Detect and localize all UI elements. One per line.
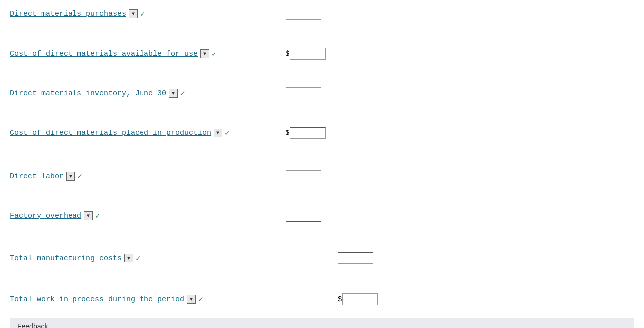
row-direct-materials-purchases: Direct materials purchases ▼ ✓ bbox=[10, 5, 634, 23]
row-cost-direct-materials-available: Cost of direct materials available for u… bbox=[10, 45, 634, 63]
direct-materials-purchases-check: ✓ bbox=[140, 9, 145, 19]
cost-direct-materials-production-input-wrapper: $ bbox=[286, 127, 326, 139]
factory-overhead-input-wrapper bbox=[286, 210, 321, 222]
cost-direct-materials-production-check: ✓ bbox=[225, 128, 230, 138]
direct-materials-inventory-label: Direct materials inventory, June 30 bbox=[10, 89, 166, 98]
direct-materials-purchases-input[interactable] bbox=[286, 8, 321, 20]
total-manufacturing-costs-check: ✓ bbox=[136, 253, 141, 263]
total-work-in-process-dropdown[interactable]: ▼ bbox=[187, 295, 196, 304]
total-manufacturing-costs-dropdown[interactable]: ▼ bbox=[124, 254, 133, 262]
cost-direct-materials-production-label: Cost of direct materials placed in produ… bbox=[10, 129, 211, 137]
direct-materials-purchases-input-wrapper bbox=[286, 8, 321, 20]
factory-overhead-input[interactable] bbox=[286, 210, 321, 222]
total-work-in-process-input[interactable] bbox=[342, 293, 378, 305]
direct-materials-inventory-input[interactable] bbox=[286, 87, 321, 99]
row-cost-direct-materials-production: Cost of direct materials placed in produ… bbox=[10, 124, 634, 142]
factory-overhead-dropdown[interactable]: ▼ bbox=[84, 211, 93, 220]
cost-direct-materials-production-dollar: $ bbox=[286, 129, 289, 137]
row-direct-materials-inventory: Direct materials inventory, June 30 ▼ ✓ bbox=[10, 84, 634, 102]
cost-direct-materials-available-dropdown[interactable]: ▼ bbox=[200, 49, 209, 58]
direct-materials-purchases-dropdown[interactable]: ▼ bbox=[129, 9, 138, 18]
total-work-in-process-check: ✓ bbox=[198, 294, 203, 304]
cost-direct-materials-available-dollar: $ bbox=[286, 50, 289, 58]
factory-overhead-check: ✓ bbox=[95, 211, 100, 221]
direct-labor-input-wrapper bbox=[286, 170, 321, 182]
cost-direct-materials-available-check: ✓ bbox=[212, 49, 216, 59]
total-work-in-process-dollar: $ bbox=[338, 295, 342, 303]
direct-materials-purchases-label: Direct materials purchases bbox=[10, 10, 126, 18]
direct-materials-inventory-check: ✓ bbox=[180, 88, 185, 98]
total-work-in-process-label: Total work in process during the period bbox=[10, 295, 184, 304]
row-factory-overhead: Factory overhead ▼ ✓ bbox=[10, 207, 634, 225]
cost-direct-materials-available-input-wrapper: $ bbox=[286, 48, 326, 60]
factory-overhead-label: Factory overhead bbox=[10, 212, 81, 220]
direct-labor-check: ✓ bbox=[77, 171, 82, 181]
direct-labor-input[interactable] bbox=[286, 170, 321, 182]
feedback-label: Feedback bbox=[17, 322, 48, 328]
direct-labor-label: Direct labor bbox=[10, 172, 64, 181]
row-total-manufacturing-costs: Total manufacturing costs ▼ ✓ bbox=[10, 249, 634, 267]
row-total-work-in-process: Total work in process during the period … bbox=[10, 290, 634, 308]
cost-direct-materials-production-input[interactable] bbox=[290, 127, 326, 139]
cost-direct-materials-available-input[interactable] bbox=[290, 48, 326, 60]
direct-materials-inventory-input-wrapper bbox=[286, 87, 321, 99]
direct-materials-inventory-dropdown[interactable]: ▼ bbox=[169, 89, 178, 98]
total-manufacturing-costs-input-wrapper bbox=[338, 252, 373, 264]
row-direct-labor: Direct labor ▼ ✓ bbox=[10, 167, 634, 185]
cost-direct-materials-available-label: Cost of direct materials available for u… bbox=[10, 50, 198, 58]
feedback-bar: Feedback bbox=[10, 318, 634, 328]
total-manufacturing-costs-input[interactable] bbox=[338, 252, 373, 264]
total-manufacturing-costs-label: Total manufacturing costs bbox=[10, 254, 122, 262]
total-work-in-process-input-wrapper: $ bbox=[338, 293, 378, 305]
cost-direct-materials-production-dropdown[interactable]: ▼ bbox=[214, 129, 222, 137]
direct-labor-dropdown[interactable]: ▼ bbox=[66, 172, 75, 181]
